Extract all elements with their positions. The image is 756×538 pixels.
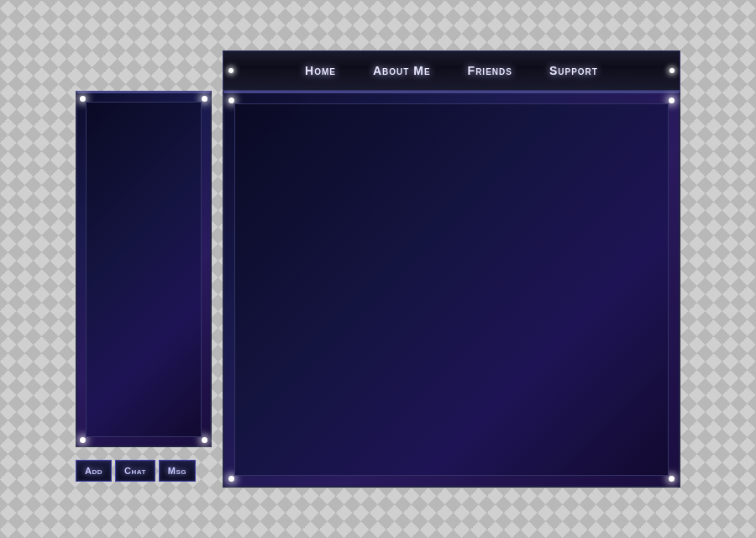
action-buttons-row: AddChatMsg: [76, 454, 196, 488]
nav-item-support[interactable]: Support: [531, 64, 617, 77]
nav-item-home[interactable]: Home: [286, 64, 354, 77]
main-dot-bl: [228, 476, 234, 482]
main-content-inner: [234, 103, 669, 476]
action-btn-msg[interactable]: Msg: [159, 460, 196, 482]
left-panel-inner: [86, 102, 202, 437]
page-wrapper: HomeAbout MeFriendsSupport AddChatMsg: [76, 50, 680, 488]
corner-dot-tl: [80, 96, 86, 102]
main-dot-br: [669, 476, 675, 482]
main-dot-tr: [669, 98, 675, 103]
corner-dot-br: [202, 437, 207, 443]
corner-dot-bl: [80, 437, 86, 443]
main-content-area: [223, 91, 680, 488]
nav-item-about-me[interactable]: About Me: [354, 64, 449, 77]
action-btn-chat[interactable]: Chat: [115, 460, 155, 482]
navigation-bar: HomeAbout MeFriendsSupport: [223, 50, 680, 91]
left-profile-panel: [76, 91, 212, 447]
action-btn-add[interactable]: Add: [76, 460, 112, 482]
main-dot-tl: [228, 98, 234, 103]
corner-dot-tr: [202, 96, 207, 102]
nav-item-friends[interactable]: Friends: [449, 64, 531, 77]
